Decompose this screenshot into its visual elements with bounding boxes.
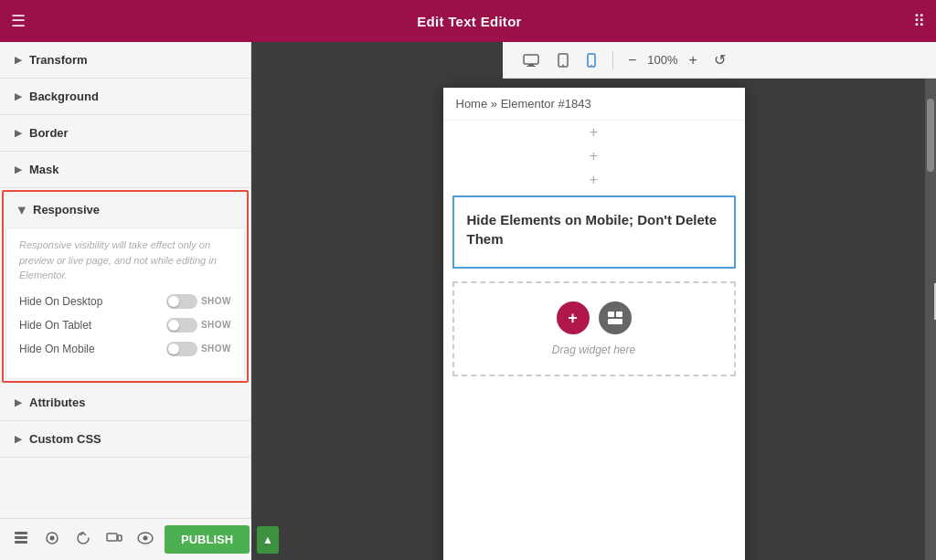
preview-button[interactable] [133, 528, 157, 552]
section-transform-label: Transform [29, 53, 88, 67]
svg-point-14 [50, 535, 55, 540]
zoom-in-button[interactable]: + [686, 50, 701, 70]
grid-icon[interactable]: ⠿ [913, 11, 925, 31]
widget-drag-text: Drag widget here [552, 343, 635, 356]
toolbar-divider [612, 51, 613, 69]
section-transform-header[interactable]: ▶ Transform [0, 42, 250, 78]
content-box[interactable]: Hide Elements on Mobile; Don't Delete Th… [452, 195, 736, 269]
publish-button[interactable]: PUBLISH [165, 525, 250, 554]
section-mask-label: Mask [29, 163, 59, 176]
responsive-button[interactable] [102, 527, 126, 553]
undo-button[interactable]: ↺ [708, 49, 731, 70]
hide-tablet-track[interactable] [166, 318, 197, 333]
menu-icon[interactable]: ☰ [11, 11, 26, 31]
svg-rect-0 [524, 55, 538, 64]
header: ☰ Edit Text Editor ⠿ [0, 0, 936, 42]
toolbar: − 100% + ↺ [503, 42, 936, 79]
hide-desktop-label: Hide On Desktop [19, 295, 102, 308]
canvas-area: − 100% + ↺ Home » Elementor #1843 + + + … [251, 42, 936, 560]
responsive-content: Responsive visibility will take effect o… [5, 227, 245, 379]
navigator-button[interactable] [40, 527, 64, 553]
svg-rect-16 [118, 535, 122, 541]
section-border: ▶ Border [0, 115, 250, 152]
tablet-view-button[interactable] [552, 49, 574, 71]
svg-rect-12 [15, 541, 27, 544]
section-border-header[interactable]: ▶ Border [0, 115, 250, 151]
hide-mobile-toggle[interactable]: SHOW [166, 342, 231, 356]
svg-rect-11 [15, 536, 27, 539]
breadcrumb-home[interactable]: Home [456, 97, 488, 111]
chevron-transform-icon: ▶ [15, 55, 22, 65]
svg-rect-15 [107, 534, 117, 541]
section-attributes: ▶ Attributes [0, 385, 250, 421]
section-background: ▶ Background [0, 79, 250, 115]
page-preview: Home » Elementor #1843 + + + Hide Elemen… [443, 88, 745, 560]
section-responsive-header[interactable]: ▶ Responsive [4, 192, 247, 227]
section-border-label: Border [29, 126, 69, 140]
hide-mobile-track[interactable] [166, 342, 197, 356]
svg-rect-7 [608, 312, 614, 317]
add-template-button[interactable] [599, 301, 632, 334]
zoom-out-button[interactable]: − [624, 50, 640, 70]
hide-desktop-row: Hide On Desktop SHOW [19, 294, 231, 309]
hide-desktop-thumb [168, 296, 179, 307]
add-section-btn-1[interactable]: + [443, 121, 745, 144]
widget-drop-area[interactable]: + Drag widget here [452, 281, 736, 376]
add-section-btn-3[interactable]: + [443, 168, 745, 192]
chevron-background-icon: ▶ [15, 91, 22, 101]
section-custom-css-label: Custom CSS [29, 432, 101, 446]
sidebar: ▶ Transform ▶ Background ▶ Border ▶ Mask [0, 42, 251, 560]
svg-point-6 [590, 64, 592, 66]
content-text: Hide Elements on Mobile; Don't Delete Th… [467, 212, 718, 247]
canvas-scrollbar[interactable] [925, 79, 936, 560]
add-section-btn-2[interactable]: + [443, 144, 745, 168]
svg-point-4 [562, 64, 564, 66]
section-responsive-label: Responsive [33, 203, 100, 217]
section-background-header[interactable]: ▶ Background [0, 79, 250, 114]
section-custom-css: ▶ Custom CSS [0, 421, 250, 458]
breadcrumb-separator: » [491, 97, 501, 111]
section-mask: ▶ Mask [0, 152, 250, 188]
breadcrumb: Home » Elementor #1843 [443, 88, 745, 121]
hide-tablet-row: Hide On Tablet SHOW [19, 318, 231, 333]
section-custom-css-header[interactable]: ▶ Custom CSS [0, 421, 250, 457]
chevron-border-icon: ▶ [15, 128, 22, 138]
chevron-mask-icon: ▶ [15, 164, 22, 174]
responsive-note: Responsive visibility will take effect o… [19, 238, 231, 283]
section-attributes-header[interactable]: ▶ Attributes [0, 385, 250, 420]
footer: PUBLISH ▲ [0, 518, 251, 560]
publish-dropdown-button[interactable]: ▲ [257, 526, 279, 554]
svg-rect-9 [608, 319, 622, 324]
add-widget-button[interactable]: + [557, 301, 590, 334]
section-attributes-label: Attributes [29, 396, 85, 409]
canvas-scrollbar-thumb [927, 99, 934, 172]
zoom-level: 100% [647, 53, 677, 67]
hide-tablet-show-label: SHOW [201, 320, 231, 330]
section-transform: ▶ Transform [0, 42, 250, 79]
mobile-view-button[interactable] [581, 49, 601, 71]
widget-buttons: + [557, 301, 632, 334]
svg-rect-1 [528, 64, 534, 66]
hide-tablet-thumb [168, 320, 179, 331]
header-title: Edit Text Editor [37, 14, 902, 29]
hide-tablet-label: Hide On Tablet [19, 319, 91, 332]
svg-rect-2 [526, 66, 536, 67]
hide-desktop-show-label: SHOW [201, 296, 231, 306]
hide-desktop-toggle[interactable]: SHOW [166, 294, 231, 309]
chevron-custom-css-icon: ▶ [15, 434, 22, 444]
svg-rect-10 [15, 532, 27, 534]
hide-mobile-row: Hide On Mobile SHOW [19, 342, 231, 356]
hide-desktop-track[interactable] [166, 294, 197, 309]
layers-button[interactable] [9, 527, 33, 553]
hide-mobile-thumb [168, 343, 179, 354]
chevron-attributes-icon: ▶ [15, 397, 22, 407]
svg-point-18 [144, 535, 148, 540]
section-mask-header[interactable]: ▶ Mask [0, 152, 250, 187]
desktop-view-button[interactable] [517, 50, 545, 70]
section-background-label: Background [29, 90, 99, 103]
hide-tablet-toggle[interactable]: SHOW [166, 318, 231, 333]
main-layout: ▶ Transform ▶ Background ▶ Border ▶ Mask [0, 42, 936, 560]
chevron-responsive-icon: ▶ [17, 207, 27, 215]
history-button[interactable] [71, 526, 95, 554]
breadcrumb-page[interactable]: Elementor #1843 [501, 97, 591, 111]
